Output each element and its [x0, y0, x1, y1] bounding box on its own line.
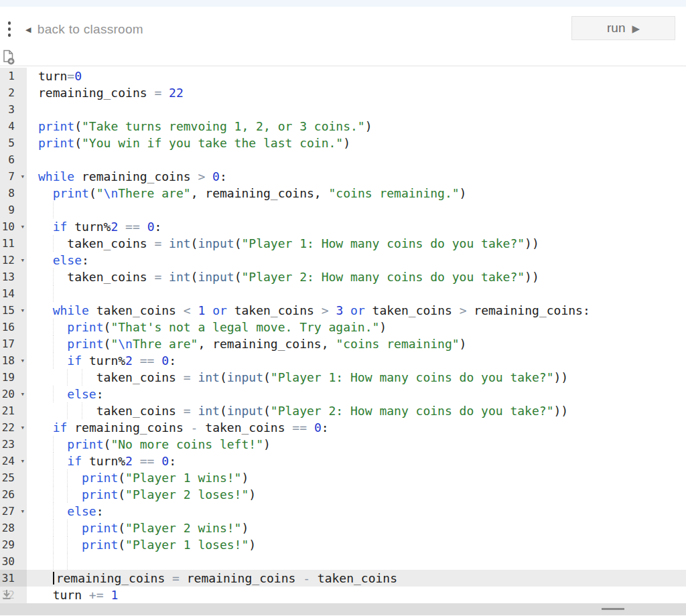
code-line[interactable]: 14: [0, 285, 686, 302]
gutter-cell: 7▾: [0, 168, 27, 185]
code-line[interactable]: 31 remaining_coins = remaining_coins - t…: [0, 570, 686, 587]
code-line[interactable]: 22▾ if remaining_coins - taken_coins == …: [0, 419, 686, 436]
code-text[interactable]: else:: [27, 386, 686, 402]
kebab-menu-icon[interactable]: [5, 21, 13, 40]
gutter-cell: 29: [0, 536, 27, 553]
code-text[interactable]: print("\nThere are", remaining_coins, "c…: [27, 185, 686, 202]
code-line[interactable]: 30: [0, 553, 686, 570]
scrollbar-thumb[interactable]: [602, 608, 624, 610]
code-line[interactable]: 16 print("That's not a legal move. Try a…: [0, 319, 686, 335]
gutter-cell: 2: [0, 84, 27, 101]
code-line[interactable]: 24▾ if turn%2 == 0:: [0, 453, 686, 469]
code-text[interactable]: remaining_coins = remaining_coins - take…: [27, 570, 686, 587]
code-line[interactable]: 6: [0, 151, 686, 168]
code-line[interactable]: 26 print("Player 2 loses!"): [0, 486, 686, 503]
fold-arrow-icon[interactable]: ▾: [20, 352, 25, 369]
code-line[interactable]: 7▾while remaining_coins > 0:: [0, 168, 686, 185]
fold-arrow-icon[interactable]: ▾: [20, 503, 25, 520]
run-button[interactable]: run ▶: [571, 16, 675, 40]
code-text[interactable]: taken_coins = int(input("Player 1: How m…: [27, 235, 686, 252]
code-text[interactable]: if remaining_coins - taken_coins == 0:: [27, 419, 686, 436]
code-text[interactable]: print("Take turns remvoing 1, 2, or 3 co…: [27, 118, 686, 135]
code-line[interactable]: 19 taken_coins = int(input("Player 1: Ho…: [0, 369, 686, 386]
code-line[interactable]: 17 print("\nThre are", remaining_coins, …: [0, 335, 686, 352]
run-label: run: [607, 21, 625, 35]
new-file-button[interactable]: [2, 50, 16, 68]
code-line[interactable]: 18▾ if turn%2 == 0:: [0, 352, 686, 369]
code-text[interactable]: else:: [27, 503, 686, 520]
code-line[interactable]: 10▾ if turn%2 == 0:: [0, 218, 686, 235]
code-text[interactable]: [27, 553, 686, 570]
code-text[interactable]: if turn%2 == 0:: [27, 218, 686, 235]
fold-arrow-icon[interactable]: ▾: [20, 302, 25, 319]
code-line[interactable]: 12▾ else:: [0, 252, 686, 268]
indent-guide: [53, 386, 54, 402]
line-number: 26: [0, 486, 27, 503]
fold-arrow-icon[interactable]: ▾: [20, 419, 25, 436]
code-text[interactable]: print("\nThre are", remaining_coins, "co…: [27, 335, 686, 352]
code-line[interactable]: 23 print("No more coins left!"): [0, 436, 686, 453]
indent-guide: [53, 520, 54, 536]
code-line[interactable]: 28 print("Player 2 wins!"): [0, 520, 686, 536]
line-number: 2: [0, 84, 27, 101]
code-text[interactable]: turn=0: [27, 68, 686, 84]
code-line[interactable]: 11 taken_coins = int(input("Player 1: Ho…: [0, 235, 686, 252]
code-line[interactable]: 21 taken_coins = int(input("Player 2: Ho…: [0, 402, 686, 419]
code-text[interactable]: while taken_coins < 1 or taken_coins > 3…: [27, 302, 686, 319]
code-text[interactable]: turn += 1: [27, 587, 686, 603]
code-text[interactable]: print("No more coins left!"): [27, 436, 686, 453]
code-text[interactable]: remaining_coins = 22: [27, 84, 686, 101]
line-number: 25: [0, 469, 27, 486]
code-line[interactable]: 32 turn += 1: [0, 587, 686, 603]
code-text[interactable]: print("You win if you take the last coin…: [27, 135, 686, 151]
code-text[interactable]: else:: [27, 252, 686, 268]
code-line[interactable]: 4print("Take turns remvoing 1, 2, or 3 c…: [0, 118, 686, 135]
code-text[interactable]: [27, 285, 686, 302]
code-text[interactable]: print("Player 1 loses!"): [27, 536, 686, 553]
code-text[interactable]: taken_coins = int(input("Player 1: How m…: [27, 369, 686, 386]
code-text[interactable]: taken_coins = int(input("Player 2: How m…: [27, 402, 686, 419]
code-text[interactable]: [27, 202, 686, 218]
fold-arrow-icon[interactable]: ▾: [20, 218, 25, 235]
indent-guide: [53, 453, 54, 469]
code-line[interactable]: 29 print("Player 1 loses!"): [0, 536, 686, 553]
code-text[interactable]: print("Player 2 loses!"): [27, 486, 686, 503]
text-cursor: [53, 572, 54, 585]
gutter-cell: 5: [0, 135, 27, 151]
line-number: 21: [0, 402, 27, 419]
code-text[interactable]: taken_coins = int(input("Player 2: How m…: [27, 268, 686, 285]
code-text[interactable]: if turn%2 == 0:: [27, 352, 686, 369]
line-number: 16: [0, 319, 27, 335]
fold-arrow-icon[interactable]: ▾: [20, 386, 25, 402]
code-text[interactable]: [27, 151, 686, 168]
code-text[interactable]: print("That's not a legal move. Try agai…: [27, 319, 686, 335]
code-line[interactable]: 5print("You win if you take the last coi…: [0, 135, 686, 151]
code-text[interactable]: print("Player 1 wins!"): [27, 469, 686, 486]
code-line[interactable]: 15▾ while taken_coins < 1 or taken_coins…: [0, 302, 686, 319]
code-text[interactable]: print("Player 2 wins!"): [27, 520, 686, 536]
code-line[interactable]: 9: [0, 202, 686, 218]
fold-arrow-icon[interactable]: ▾: [20, 453, 25, 469]
fold-arrow-icon[interactable]: ▾: [20, 168, 25, 185]
indent-guide: [53, 469, 54, 486]
code-editor[interactable]: 1turn=02remaining_coins = 2234print("Tak…: [0, 66, 686, 603]
gutter-cell: 19: [0, 369, 27, 386]
line-number: 1: [0, 68, 27, 84]
code-text[interactable]: [27, 101, 686, 118]
code-line[interactable]: 25 print("Player 1 wins!"): [0, 469, 686, 486]
code-text[interactable]: if turn%2 == 0:: [27, 453, 686, 469]
code-line[interactable]: 27▾ else:: [0, 503, 686, 520]
code-line[interactable]: 20▾ else:: [0, 386, 686, 402]
code-line[interactable]: 8 print("\nThere are", remaining_coins, …: [0, 185, 686, 202]
back-to-classroom-link[interactable]: ◀ back to classroom: [25, 21, 143, 38]
code-line[interactable]: 3: [0, 101, 686, 118]
code-line[interactable]: 13 taken_coins = int(input("Player 2: Ho…: [0, 268, 686, 285]
fold-arrow-icon[interactable]: ▾: [20, 252, 25, 268]
code-line[interactable]: 1turn=0: [0, 68, 686, 84]
gutter-cell: 21: [0, 402, 27, 419]
code-line[interactable]: 2remaining_coins = 22: [0, 84, 686, 101]
indent-guide: [67, 369, 68, 386]
horizontal-scrollbar[interactable]: [0, 603, 686, 615]
download-icon[interactable]: [1, 589, 12, 603]
code-text[interactable]: while remaining_coins > 0:: [27, 168, 686, 185]
